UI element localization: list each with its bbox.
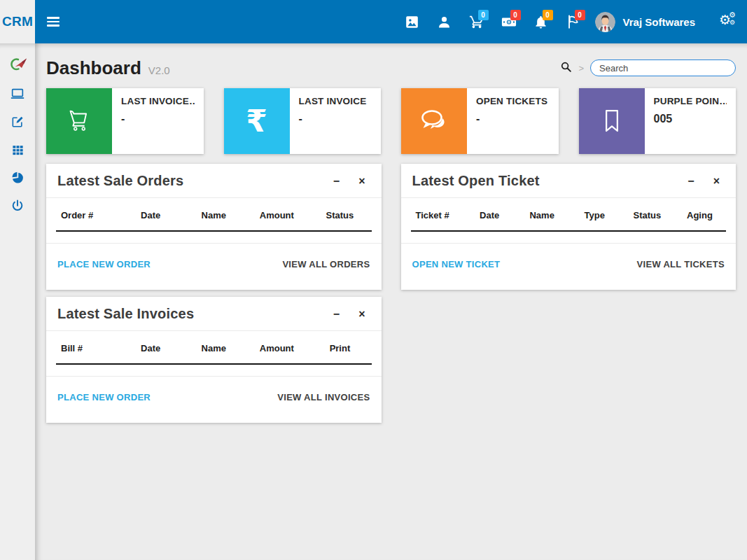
panel-latest-sale-invoices: Latest Sale Invoices − × Bill # Date Nam… <box>46 297 382 423</box>
tickets-table: Ticket # Date Name Type Status Aging <box>411 198 727 232</box>
search-icon[interactable] <box>560 61 572 76</box>
bookmark-icon <box>579 88 645 154</box>
user-name[interactable]: Vraj Softwares <box>623 16 695 28</box>
column-header: Bill # <box>56 331 119 364</box>
stat-cards-row: LAST INVOICE… - ₹ LAST INVOICE - OPEN TI… <box>46 88 736 154</box>
column-header: Print <box>308 331 371 364</box>
cart-badge: 0 <box>478 10 489 20</box>
stat-card-title: OPEN TICKETS <box>476 96 550 106</box>
cart-icon[interactable]: 0 <box>469 14 484 29</box>
view-all-tickets-link[interactable]: VIEW ALL TICKETS <box>637 259 725 270</box>
stat-card-title: LAST INVOICE… <box>121 96 195 106</box>
column-header: Order # <box>56 198 119 231</box>
stat-card-title: PURPLE POIN… <box>654 96 727 106</box>
panel-title: Latest Sale Orders <box>57 173 183 189</box>
sidebar-item-pie-chart-icon[interactable] <box>0 164 35 192</box>
flag-icon[interactable]: 0 <box>566 14 581 29</box>
minimize-icon[interactable]: − <box>687 176 694 187</box>
chat-bubbles-icon <box>401 88 467 154</box>
stat-card-value: 005 <box>654 113 727 125</box>
column-header: Name <box>182 331 245 364</box>
column-header: Date <box>119 331 182 364</box>
user-icon[interactable] <box>437 14 452 29</box>
search-bar: > <box>560 59 736 76</box>
user-avatar[interactable] <box>595 12 615 32</box>
gear-icon: ⚙ <box>729 20 735 26</box>
column-header: Status <box>621 198 673 231</box>
view-all-orders-link[interactable]: VIEW ALL ORDERS <box>282 259 370 270</box>
column-header: Name <box>182 198 245 231</box>
cash-icon[interactable]: 0 <box>501 14 517 29</box>
column-header: Aging <box>673 198 726 231</box>
place-new-order-link[interactable]: PLACE NEW ORDER <box>57 392 151 402</box>
sidebar-item-laptop-icon[interactable] <box>0 80 35 108</box>
chevron-right-icon: > <box>578 63 584 74</box>
column-header: Ticket # <box>411 198 463 231</box>
column-header: Type <box>568 198 621 231</box>
topbar: CRM 0 0 0 0 <box>0 0 747 43</box>
orders-table: Order # Date Name Amount Status <box>56 198 372 232</box>
minimize-icon[interactable]: − <box>333 309 340 320</box>
panel-latest-sale-orders: Latest Sale Orders − × Order # Date Name… <box>46 164 382 290</box>
gallery-icon[interactable] <box>405 14 420 29</box>
panel-title: Latest Open Ticket <box>412 173 540 189</box>
rupee-icon: ₹ <box>224 88 290 154</box>
sidebar-item-edit-icon[interactable] <box>0 108 35 136</box>
close-icon[interactable]: × <box>358 176 365 187</box>
company-logo[interactable] <box>0 49 35 80</box>
flag-badge: 0 <box>575 10 585 20</box>
column-header: Name <box>516 198 568 231</box>
column-header: Status <box>308 198 371 231</box>
close-icon[interactable]: × <box>358 309 365 320</box>
topbar-icon-group: 0 0 0 0 <box>405 14 581 29</box>
panel-latest-open-ticket: Latest Open Ticket − × Ticket # Date Nam… <box>401 164 736 290</box>
place-new-order-link[interactable]: PLACE NEW ORDER <box>57 259 151 270</box>
minimize-icon[interactable]: − <box>333 176 340 187</box>
sidebar-item-power-icon[interactable] <box>0 192 35 220</box>
shopping-cart-icon <box>46 88 112 154</box>
invoices-table: Bill # Date Name Amount Print <box>56 331 372 365</box>
page-title: Dashboard <box>46 57 141 79</box>
settings-gears-icon[interactable]: ⚙ ⚙ ⚙ <box>719 13 737 31</box>
hamburger-menu-icon[interactable] <box>47 17 60 27</box>
column-header: Amount <box>245 198 308 231</box>
open-new-ticket-link[interactable]: OPEN NEW TICKET <box>412 259 501 270</box>
stat-card-title: LAST INVOICE <box>299 96 372 106</box>
panels-grid: Latest Sale Orders − × Order # Date Name… <box>46 164 736 423</box>
column-header: Date <box>119 198 182 231</box>
stat-card-value: - <box>121 113 195 125</box>
page-version: V2.0 <box>148 64 170 76</box>
stat-card-value: - <box>299 113 372 125</box>
panel-title: Latest Sale Invoices <box>57 306 194 322</box>
stat-card-last-invoice[interactable]: ₹ LAST INVOICE - <box>224 88 382 154</box>
view-all-invoices-link[interactable]: VIEW ALL INVOICES <box>277 392 370 402</box>
gear-icon: ⚙ <box>729 11 736 19</box>
cash-badge: 0 <box>510 10 521 20</box>
column-header: Amount <box>245 331 308 364</box>
search-input[interactable] <box>590 59 736 76</box>
page-header: Dashboard V2.0 > <box>46 56 736 80</box>
bell-icon[interactable]: 0 <box>533 14 549 29</box>
bell-badge: 0 <box>543 10 553 20</box>
close-icon[interactable]: × <box>713 176 720 187</box>
stat-card-last-invoice-amount[interactable]: LAST INVOICE… - <box>46 88 204 154</box>
stat-card-purple-points[interactable]: PURPLE POIN… 005 <box>579 88 736 154</box>
sidebar <box>0 43 35 560</box>
brand-logo[interactable]: CRM <box>0 0 35 43</box>
stat-card-value: - <box>476 113 550 125</box>
column-header: Date <box>463 198 516 231</box>
main-content: Dashboard V2.0 > LAST INVOICE… - ₹ <box>35 43 747 560</box>
stat-card-open-tickets[interactable]: OPEN TICKETS - <box>401 88 559 154</box>
sidebar-item-grid-icon[interactable] <box>0 136 35 164</box>
